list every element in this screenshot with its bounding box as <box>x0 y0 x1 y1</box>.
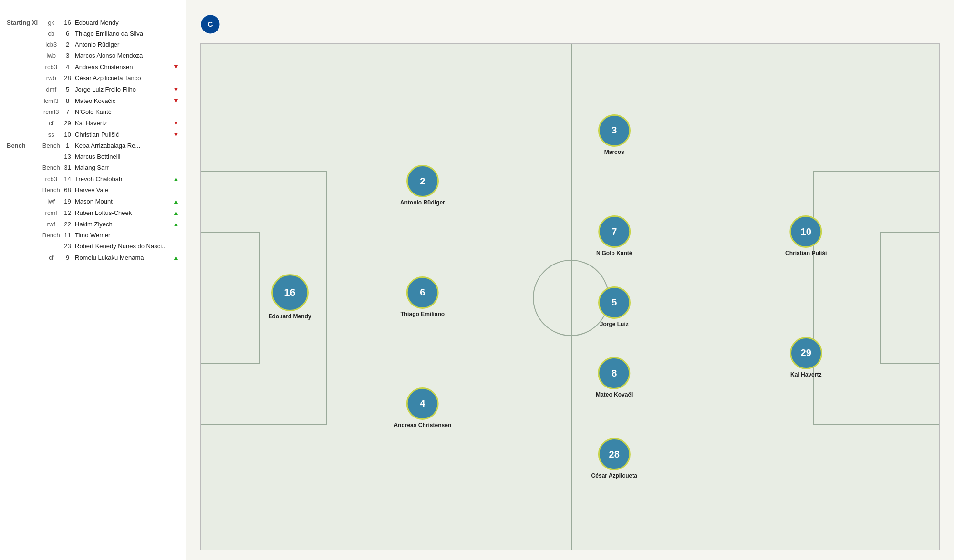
player-position: rcmf3 <box>40 106 62 117</box>
player-pitch-label: Marcos <box>604 149 624 155</box>
player-position: lcmf3 <box>40 95 62 106</box>
lineup-row: lcmf38Mateo Kovačić▼ <box>5 95 181 106</box>
player-name: Malang Sarr <box>73 162 171 173</box>
player-pitch-label: Antonio Rüdiger <box>400 199 445 206</box>
player-icon <box>171 106 181 117</box>
player-name: Harvey Vale <box>73 184 171 195</box>
player-icon: ▼ <box>171 95 181 106</box>
lineup-row: Bench31Malang Sarr <box>5 162 181 173</box>
player-icon: ▲ <box>171 173 181 184</box>
player-name: Robert Kenedy Nunes do Nasci... <box>73 241 171 252</box>
player-name: Timo Werner <box>73 230 171 241</box>
player-section <box>5 129 40 140</box>
player-section <box>5 195 40 207</box>
player-number: 7 <box>62 106 73 117</box>
lineup-row: Starting XIgk16Edouard Mendy <box>5 17 181 28</box>
player-position: rcb3 <box>40 61 62 72</box>
player-number: 13 <box>62 151 73 162</box>
player-position: rwf <box>40 218 62 230</box>
player-circle: 3 <box>598 114 631 147</box>
lineup-row: cf9Romelu Lukaku Menama▲ <box>5 252 181 263</box>
player-name: Christian Pulišić <box>73 129 171 140</box>
player-icon <box>171 162 181 173</box>
player-number: 11 <box>62 230 73 241</box>
player-number: 28 <box>62 72 73 83</box>
arrow-down-icon: ▼ <box>173 63 179 71</box>
player-position: ss <box>40 129 62 140</box>
arrow-up-icon: ▲ <box>173 220 179 228</box>
player-section <box>5 117 40 129</box>
player-name: Romelu Lukaku Menama <box>73 252 171 263</box>
arrow-down-icon: ▼ <box>173 85 179 93</box>
player-number: 29 <box>62 117 73 129</box>
player-name: Antonio Rüdiger <box>73 39 171 50</box>
player-section <box>5 106 40 117</box>
player-name: Marcos Alonso Mendoza <box>73 50 171 61</box>
player-icon <box>171 241 181 252</box>
player-section <box>5 61 40 72</box>
lineup-row: Bench11Timo Werner <box>5 230 181 241</box>
player-node: 5Jorge Luiz <box>598 286 631 327</box>
player-pitch-label: Mateo Kovači <box>596 391 633 398</box>
player-name: Kai Havertz <box>73 117 171 129</box>
player-pitch-label: César Azpilcueta <box>591 472 637 479</box>
formation-header: C <box>200 14 940 34</box>
arrow-up-icon: ▲ <box>173 254 179 261</box>
lineup-row: cf29Kai Havertz▼ <box>5 117 181 129</box>
player-icon: ▼ <box>171 117 181 129</box>
player-position: cf <box>40 252 62 263</box>
player-pitch-label: Christian Puliši <box>785 250 827 256</box>
player-position: rcb3 <box>40 173 62 184</box>
player-name: Ruben Loftus-Cheek <box>73 207 171 218</box>
player-pitch-label: Andreas Christensen <box>394 422 451 428</box>
player-circle: 29 <box>790 337 822 369</box>
player-icon: ▼ <box>171 129 181 140</box>
player-name: Mateo Kovačić <box>73 95 171 106</box>
lineup-row: 23Robert Kenedy Nunes do Nasci... <box>5 241 181 252</box>
player-icon <box>171 50 181 61</box>
player-icon <box>171 72 181 83</box>
player-name: César Azpilicueta Tanco <box>73 72 171 83</box>
lineup-row: ss10Christian Pulišić▼ <box>5 129 181 140</box>
player-icon: ▲ <box>171 252 181 263</box>
player-number: 9 <box>62 252 73 263</box>
player-position: Bench <box>40 140 62 151</box>
svg-text:C: C <box>208 20 213 28</box>
arrow-down-icon: ▼ <box>173 119 179 127</box>
player-number: 22 <box>62 218 73 230</box>
player-icon <box>171 230 181 241</box>
player-number: 5 <box>62 83 73 95</box>
player-name: Hakim Ziyech <box>73 218 171 230</box>
player-node: 4Andreas Christensen <box>394 387 451 428</box>
player-section <box>5 72 40 83</box>
player-name: Edouard Mendy <box>73 17 171 28</box>
player-number: 8 <box>62 95 73 106</box>
left-goal-box <box>201 232 260 364</box>
player-number: 31 <box>62 162 73 173</box>
player-position: Bench <box>40 162 62 173</box>
lineup-row: cb6Thiago Emiliano da Silva <box>5 28 181 39</box>
player-circle: 16 <box>271 274 309 311</box>
chelsea-logo-icon: C <box>200 14 220 34</box>
player-number: 12 <box>62 207 73 218</box>
player-circle: 28 <box>598 438 631 470</box>
lineup-row: BenchBench1Kepa Arrizabalaga Re... <box>5 140 181 151</box>
player-pitch-label: Thiago Emiliano <box>400 311 445 317</box>
arrow-up-icon: ▲ <box>173 197 179 205</box>
player-section <box>5 184 40 195</box>
player-circle: 8 <box>598 357 631 389</box>
player-section <box>5 230 40 241</box>
lineup-row: Bench68Harvey Vale <box>5 184 181 195</box>
player-name: Marcus Bettinelli <box>73 151 171 162</box>
lineup-row: rwb28César Azpilicueta Tanco <box>5 72 181 83</box>
player-number: 16 <box>62 17 73 28</box>
player-position: cb <box>40 28 62 39</box>
lineup-row: rcb314Trevoh Chalobah▲ <box>5 173 181 184</box>
player-pitch-label: Edouard Mendy <box>269 313 311 320</box>
player-section <box>5 218 40 230</box>
player-position <box>40 151 62 162</box>
player-number: 14 <box>62 173 73 184</box>
lineup-row: lcb32Antonio Rüdiger <box>5 39 181 50</box>
player-circle: 2 <box>406 165 439 197</box>
player-number: 6 <box>62 28 73 39</box>
